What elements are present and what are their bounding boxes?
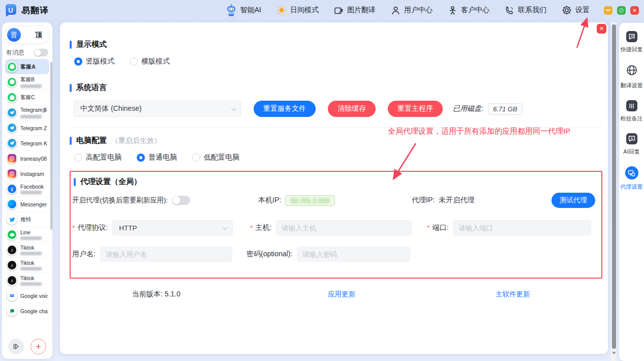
account-item[interactable]: 客服A — [5, 59, 49, 74]
robot-icon — [226, 4, 237, 16]
menu-item-label: 客户中心 — [461, 6, 489, 15]
proxy-section-title: 代理设置（全局） — [74, 177, 595, 187]
menu-item-image-translate[interactable]: 图片翻译 — [334, 6, 376, 15]
radio-vertical-mode[interactable]: 竖版模式 — [74, 57, 114, 66]
proxy-status-row: 开启代理(切换后需要刷新应用): 本机IP: 52.701.1.023 代理IP… — [72, 193, 595, 208]
section-accent-bar — [70, 137, 72, 145]
close-settings-button[interactable]: ✕ — [597, 24, 606, 34]
pin-top-button[interactable]: 顶 — [35, 31, 42, 40]
user-icon — [391, 6, 401, 15]
maximize-icon — [620, 9, 623, 12]
account-item[interactable]: Google chat — [5, 303, 49, 318]
app-title: 易翻译 — [21, 5, 49, 16]
window-controls: ✕ — [604, 6, 639, 15]
menu-item-day-mode[interactable]: 日间模式 — [277, 5, 319, 15]
password-input[interactable] — [297, 247, 410, 262]
telegram-icon — [7, 107, 17, 118]
telegram-icon — [7, 123, 17, 133]
minimize-button[interactable] — [604, 6, 612, 15]
add-account-button[interactable]: + — [30, 339, 46, 354]
tool-translate-settings[interactable]: 翻译设置 — [621, 64, 643, 89]
account-item[interactable]: Messenger — [5, 196, 49, 212]
required-asterisk: * — [250, 224, 253, 232]
account-item[interactable]: Telegram K — [5, 135, 49, 151]
account-item[interactable]: Telegram多… — [5, 105, 49, 120]
account-item[interactable]: f Facebook — [5, 181, 49, 196]
menu-item-user-center[interactable]: 用户中心 — [391, 6, 433, 15]
account-item[interactable]: Instagram — [5, 166, 49, 181]
account-item[interactable]: Line — [5, 227, 49, 242]
proxy-settings-icon — [625, 166, 638, 179]
computer-config-hint: （重启后生效） — [111, 136, 161, 145]
protocol-label: 代理协议: — [77, 223, 108, 232]
port-input[interactable] — [453, 220, 591, 235]
radio-unselected-icon — [130, 57, 138, 66]
menu-item-label: 图片翻译 — [347, 6, 376, 15]
maximize-button[interactable] — [617, 6, 626, 15]
message-filter-toggle[interactable] — [34, 49, 48, 56]
account-item[interactable]: 客服B — [5, 74, 49, 89]
menu-item-label: 联系我们 — [518, 6, 546, 15]
menu-item-contact-us[interactable]: 联系我们 — [505, 6, 546, 15]
minimize-icon — [606, 10, 610, 11]
tool-fan-notes[interactable]: 粉丝备注 — [621, 100, 643, 123]
main-software-update-link[interactable]: 主软件更新 — [496, 290, 530, 299]
language-select[interactable]: 中文简体 (Chinese) — [74, 101, 241, 117]
main-scrollbar-thumb[interactable] — [612, 24, 616, 349]
tool-quick-reply[interactable]: 快捷回复 — [621, 31, 643, 53]
required-asterisk: * — [427, 224, 430, 232]
account-item[interactable]: ♪ Tiktok — [5, 242, 49, 257]
tiktok-icon: ♪ — [7, 260, 17, 270]
proxy-ip-label: 代理IP: — [412, 196, 435, 205]
tool-proxy-settings[interactable]: 代理设置 — [621, 166, 643, 191]
radio-high-config[interactable]: 高配置电脑 — [74, 153, 121, 162]
group-filter-button[interactable]: 普 — [7, 28, 21, 42]
account-item[interactable]: Telegram Z — [5, 120, 49, 135]
account-item[interactable]: traneasy08 — [5, 151, 49, 166]
disk-usage-value: 6.71 GB — [488, 103, 523, 115]
accounts-sidebar: 普 顶 有消息 客服A 客服B 客服C Telegram多… Telegram … — [2, 22, 52, 359]
radio-normal-config[interactable]: 普通电脑 — [137, 153, 177, 162]
reset-main-program-button[interactable]: 重置主程序 — [388, 101, 443, 117]
masked-subtitle — [20, 252, 42, 255]
menu-item-settings[interactable]: 设置 — [562, 5, 590, 15]
menu-item-smart-ai[interactable]: 智能AI — [226, 4, 261, 16]
test-proxy-button[interactable]: 测试代理 — [551, 193, 595, 208]
username-input[interactable] — [100, 247, 232, 262]
account-item[interactable]: 推特 — [5, 212, 49, 227]
scrollbar-down-arrow[interactable] — [612, 352, 616, 354]
reset-service-files-button[interactable]: 重置服务文件 — [254, 101, 316, 117]
account-item[interactable]: Google voice — [5, 288, 49, 303]
menu-item-customer-center[interactable]: 客户中心 — [448, 6, 489, 15]
sidebar-bottom-bar: + — [2, 339, 52, 354]
close-window-button[interactable]: ✕ — [630, 6, 639, 15]
radio-selected-icon — [74, 57, 82, 66]
clear-cache-button[interactable]: 清除缓存 — [328, 101, 376, 117]
close-icon: ✕ — [632, 8, 636, 13]
section-accent-bar — [74, 178, 76, 186]
radio-horizontal-mode[interactable]: 横版模式 — [130, 57, 170, 66]
account-item[interactable]: ♪ Tiktok — [5, 257, 49, 273]
masked-subtitle — [20, 236, 42, 240]
app-update-link[interactable]: 应用更新 — [328, 290, 355, 299]
account-item[interactable]: ♪ Tiktok — [5, 273, 49, 288]
account-item[interactable]: 客服C — [5, 89, 49, 105]
telegram-icon — [7, 138, 17, 148]
protocol-select[interactable]: HTTP — [112, 220, 233, 235]
collapse-sidebar-button[interactable] — [8, 339, 24, 354]
radio-selected-icon — [137, 154, 145, 162]
tool-ai-reply[interactable]: A AI回复 — [623, 133, 639, 156]
enable-proxy-label: 开启代理(切换后需要刷新应用): — [72, 196, 168, 205]
display-mode-options: 竖版模式 横版模式 — [74, 57, 602, 66]
proxy-settings-box: 代理设置（全局） 开启代理(切换后需要刷新应用): 本机IP: 52.701.1… — [70, 171, 602, 279]
proxy-annotation-text: 全局代理设置，适用于所有添加的应用都用同一代理IP — [388, 127, 576, 136]
radio-unselected-icon — [192, 154, 200, 162]
password-label: 密码(optional): — [247, 250, 292, 259]
port-label: 端口: — [432, 223, 448, 232]
host-input[interactable] — [276, 220, 412, 235]
enable-proxy-toggle[interactable] — [172, 196, 190, 205]
tiktok-icon: ♪ — [7, 245, 17, 255]
sidebar-scrollbar[interactable] — [50, 62, 52, 230]
radio-low-config[interactable]: 低配置电脑 — [192, 153, 239, 162]
topbar: U 易翻译 智能AI — [0, 0, 644, 20]
